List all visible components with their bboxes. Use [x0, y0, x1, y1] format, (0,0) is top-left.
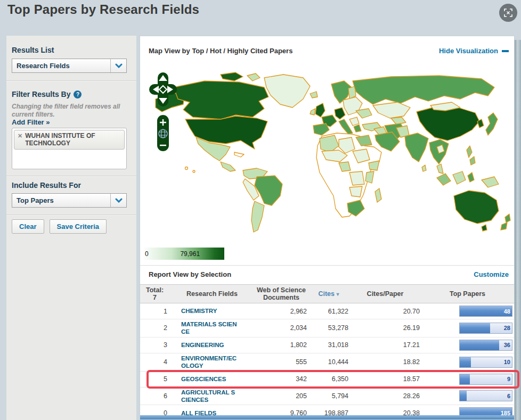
filter-note: Changing the filter field removes all cu… [12, 103, 123, 119]
field-cell: ENGINEERING [169, 341, 255, 349]
top-papers-bar-fill [460, 374, 470, 384]
minus-icon [502, 50, 509, 52]
world-map[interactable] [141, 66, 514, 244]
top-papers-cell: 6 [421, 390, 514, 401]
field-link[interactable]: ENVIRONMENT/ECOLOGY [181, 355, 238, 370]
cites-per-paper-cell: 28.26 [349, 392, 421, 400]
cites-cell: 10,444 [308, 358, 349, 366]
table-row: 3 ENGINEERING 1,802 31,018 17.21 36 [140, 337, 514, 353]
map-india [405, 133, 428, 162]
results-list-label-text: Results List [12, 46, 54, 54]
filter-results-heading-text: Filter Results By [12, 90, 70, 98]
rank-cell: 6 [140, 392, 169, 400]
table-row: 1 CHEMISTRY 2,962 61,322 20.70 48 [140, 303, 514, 319]
map-canada [174, 81, 268, 119]
table-row: 4 ENVIRONMENT/ECOLOGY 555 10,444 18.82 1… [140, 353, 514, 372]
column-header-documents[interactable]: Web of Science Documents [255, 286, 308, 302]
field-cell: CHEMISTRY [169, 307, 255, 315]
top-papers-cell: 28 [421, 323, 514, 334]
filter-chip-label: WUHAN INSTITUTE OF TECHNOLOGY [25, 132, 121, 147]
documents-cell: 2,962 [255, 308, 308, 315]
results-list-value: Research Fields [17, 62, 70, 70]
column-header-cites[interactable]: Cites ▾ [308, 290, 349, 298]
field-link[interactable]: ENGINEERING [181, 341, 238, 349]
filter-results-heading: Filter Results By ? [12, 90, 82, 98]
field-cell: AGRICULTURAL SCIENCES [169, 389, 255, 404]
column-header-top-papers[interactable]: Top Papers [421, 290, 514, 298]
expand-button[interactable] [499, 4, 517, 22]
field-link[interactable]: MATERIALS SCIENCE [181, 320, 238, 336]
save-criteria-button[interactable]: Save Criteria [50, 219, 107, 234]
field-link[interactable]: GEOSCIENCES [181, 375, 238, 383]
zoom-control [157, 115, 169, 151]
top-papers-bar-value: 36 [504, 342, 510, 348]
bottom-bar-peek [140, 415, 514, 419]
rank-cell: 4 [140, 358, 169, 366]
column-header-total: Total: 7 [140, 286, 169, 302]
rank-cell: 3 [140, 341, 169, 349]
top-papers-bar: 28 [459, 323, 512, 334]
include-results-value: Top Papers [17, 196, 54, 204]
top-papers-bar: 48 [459, 306, 512, 317]
documents-cell: 2,034 [255, 324, 308, 332]
top-papers-bar-value: 6 [507, 393, 510, 399]
field-link[interactable]: CHEMISTRY [181, 307, 238, 315]
top-papers-cell: 48 [421, 306, 514, 317]
top-papers-cell: 36 [421, 340, 514, 351]
close-icon[interactable]: ✕ [18, 133, 22, 139]
page-title: Top Papers by Research Fields [7, 2, 199, 17]
hide-visualization-text: Hide Visualization [439, 47, 498, 55]
world-map-svg [141, 66, 514, 244]
chevron-down-icon [110, 194, 126, 207]
map-brazil [255, 176, 282, 205]
field-link[interactable]: AGRICULTURAL SCIENCES [181, 389, 238, 404]
add-filter-link[interactable]: Add Filter » [12, 118, 50, 126]
documents-cell: 1,802 [255, 341, 308, 349]
cites-per-paper-cell: 18.57 [349, 375, 421, 383]
help-icon[interactable]: ? [74, 90, 82, 98]
top-papers-bar-fill [460, 340, 499, 350]
results-list-label: Results List [12, 46, 54, 54]
top-papers-bar: 6 [459, 390, 512, 401]
sidebar-divider [6, 80, 136, 81]
top-papers-bar-value: 10 [504, 359, 510, 365]
hide-visualization-link[interactable]: Hide Visualization [439, 47, 509, 55]
chevron-down-icon [110, 59, 126, 72]
filter-box: ✕ WUHAN INSTITUTE OF TECHNOLOGY [12, 128, 127, 169]
cites-per-paper-cell: 17.21 [349, 341, 421, 349]
column-header-cites-per-paper[interactable]: Cites/Paper [349, 290, 421, 298]
table-header: Total: 7 Research Fields Web of Science … [140, 284, 514, 303]
results-list-dropdown[interactable]: Research Fields [12, 59, 127, 73]
include-results-label: Include Results For [12, 181, 81, 190]
documents-cell: 342 [255, 375, 308, 383]
top-papers-bar: 9 [459, 374, 512, 385]
map-australia [454, 191, 499, 224]
map-russia [353, 76, 494, 104]
top-papers-cell: 9 [421, 374, 514, 385]
total-label: Total: [140, 286, 169, 294]
column-header-research-fields[interactable]: Research Fields [169, 290, 255, 298]
cites-cell: 5,794 [308, 392, 349, 400]
legend-max: 79,961 [180, 250, 200, 258]
sidebar-divider [6, 176, 136, 177]
top-papers-bar-value: 28 [504, 325, 510, 331]
divider [140, 265, 514, 266]
sidebar-divider [6, 215, 136, 216]
cites-per-paper-cell: 20.70 [349, 308, 421, 315]
include-results-dropdown[interactable]: Top Papers [12, 193, 127, 208]
top-papers-bar-value: 48 [504, 308, 510, 315]
clear-button[interactable]: Clear [12, 219, 44, 234]
documents-cell: 205 [255, 392, 308, 400]
scrollbar[interactable] [515, 40, 521, 420]
field-cell: GEOSCIENCES [169, 375, 255, 383]
map-view-title: Map View by Top / Hot / Highly Cited Pap… [149, 47, 292, 55]
total-value: 7 [140, 294, 169, 301]
customize-link[interactable]: Customize [474, 270, 509, 278]
cites-cell: 6,350 [308, 375, 349, 383]
table-row: 2 MATERIALS SCIENCE 2,034 53,278 26.19 2… [140, 319, 514, 337]
map-legend: 0 79,961 [143, 248, 224, 260]
map-controls[interactable] [147, 70, 181, 155]
field-cell: ENVIRONMENT/ECOLOGY [169, 355, 255, 370]
sidebar-buttons: Clear Save Criteria [12, 219, 107, 234]
documents-cell: 555 [255, 358, 308, 366]
